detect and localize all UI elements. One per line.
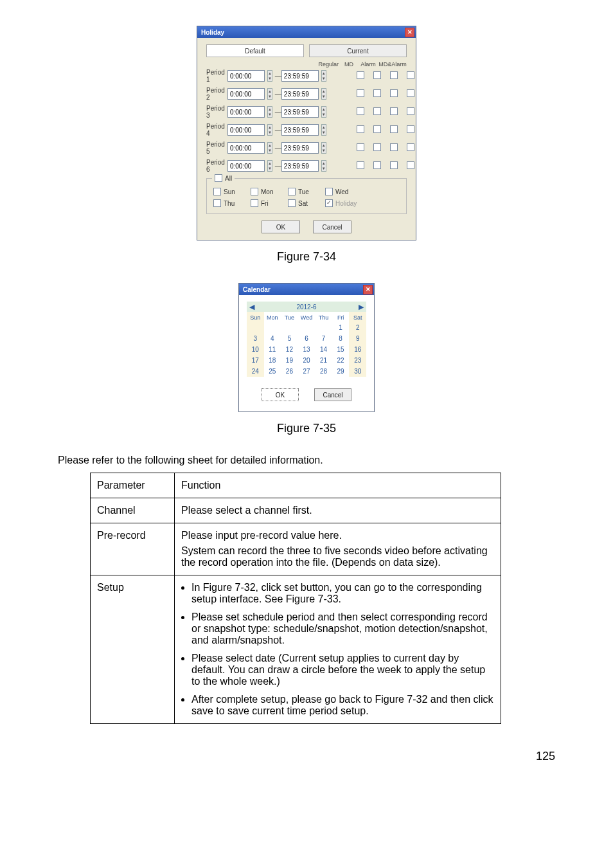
calendar-day[interactable]: 3 — [247, 333, 264, 344]
spin-icon[interactable]: ▲▼ — [267, 160, 272, 172]
calendar-day[interactable]: 18 — [264, 355, 281, 366]
period-end-input[interactable] — [281, 142, 319, 154]
tab-current[interactable]: Current — [309, 44, 407, 57]
chk-sat[interactable] — [288, 199, 296, 207]
prev-month-icon[interactable]: ◀ — [249, 303, 254, 311]
calendar-day[interactable]: 8 — [332, 333, 350, 344]
period-start-input[interactable] — [227, 70, 265, 82]
chk-thu[interactable] — [213, 199, 221, 207]
calendar-day[interactable]: 12 — [281, 344, 298, 355]
calendar-day[interactable]: 21 — [315, 355, 332, 366]
chk-mdalarm[interactable] — [407, 71, 414, 79]
tab-default[interactable]: Default — [206, 44, 304, 57]
close-icon[interactable]: ✕ — [405, 28, 414, 37]
calendar-day[interactable]: 6 — [298, 333, 315, 344]
chk-mon[interactable] — [251, 188, 258, 195]
chk-fri[interactable] — [251, 199, 258, 207]
period-start-input[interactable] — [227, 142, 265, 154]
spin-icon[interactable]: ▲▼ — [321, 106, 326, 118]
chk-mdalarm[interactable] — [407, 161, 414, 169]
chk-md[interactable] — [373, 71, 381, 79]
calendar-day[interactable] — [315, 322, 332, 333]
calendar-day[interactable] — [247, 322, 264, 333]
spin-icon[interactable]: ▲▼ — [267, 124, 272, 136]
calendar-day[interactable]: 1 — [332, 322, 350, 333]
cancel-button[interactable]: Cancel — [314, 388, 351, 401]
chk-alarm[interactable] — [390, 161, 398, 169]
spin-icon[interactable]: ▲▼ — [267, 142, 272, 154]
calendar-day[interactable] — [298, 322, 315, 333]
calendar-day[interactable]: 5 — [281, 333, 298, 344]
calendar-day[interactable]: 26 — [281, 366, 298, 377]
period-end-input[interactable] — [281, 70, 319, 82]
chk-regular[interactable] — [357, 89, 364, 97]
chk-regular[interactable] — [357, 125, 364, 133]
chk-tue[interactable] — [288, 188, 296, 195]
calendar-day[interactable]: 24 — [247, 366, 264, 377]
period-end-input[interactable] — [281, 124, 319, 136]
calendar-day[interactable]: 23 — [349, 355, 366, 366]
calendar-day[interactable]: 20 — [298, 355, 315, 366]
calendar-day[interactable]: 22 — [332, 355, 350, 366]
calendar-day[interactable]: 11 — [264, 344, 281, 355]
ok-button[interactable]: OK — [262, 221, 300, 233]
chk-mdalarm[interactable] — [407, 143, 414, 151]
calendar-day[interactable] — [281, 322, 298, 333]
chk-md[interactable] — [373, 89, 381, 97]
chk-regular[interactable] — [357, 143, 364, 151]
spin-icon[interactable]: ▲▼ — [321, 70, 326, 82]
chk-regular[interactable] — [357, 71, 364, 79]
chk-alarm[interactable] — [390, 71, 398, 79]
chk-all[interactable] — [215, 174, 222, 182]
calendar-day[interactable]: 9 — [349, 333, 366, 344]
spin-icon[interactable]: ▲▼ — [321, 142, 326, 154]
chk-sun[interactable] — [213, 188, 221, 195]
spin-icon[interactable]: ▲▼ — [267, 70, 272, 82]
next-month-icon[interactable]: ▶ — [359, 303, 364, 311]
chk-regular[interactable] — [357, 107, 364, 115]
period-start-input[interactable] — [227, 160, 265, 172]
calendar-day[interactable] — [264, 322, 281, 333]
ok-button[interactable]: OK — [262, 388, 299, 401]
chk-wed[interactable] — [325, 188, 333, 195]
period-start-input[interactable] — [227, 106, 265, 118]
close-icon[interactable]: ✕ — [363, 285, 373, 294]
spin-icon[interactable]: ▲▼ — [321, 160, 326, 172]
period-end-input[interactable] — [281, 106, 319, 118]
spin-icon[interactable]: ▲▼ — [267, 88, 272, 100]
chk-md[interactable] — [373, 161, 381, 169]
calendar-day[interactable]: 19 — [281, 355, 298, 366]
period-end-input[interactable] — [281, 88, 319, 100]
chk-mdalarm[interactable] — [407, 107, 414, 115]
spin-icon[interactable]: ▲▼ — [321, 88, 326, 100]
calendar-day[interactable]: 27 — [298, 366, 315, 377]
calendar-day[interactable]: 2 — [349, 322, 366, 333]
calendar-day[interactable]: 13 — [298, 344, 315, 355]
calendar-day[interactable]: 25 — [264, 366, 281, 377]
calendar-day[interactable]: 29 — [332, 366, 350, 377]
chk-mdalarm[interactable] — [407, 89, 414, 97]
calendar-day[interactable]: 10 — [247, 344, 264, 355]
chk-md[interactable] — [373, 143, 381, 151]
spin-icon[interactable]: ▲▼ — [267, 106, 272, 118]
chk-alarm[interactable] — [390, 143, 398, 151]
period-start-input[interactable] — [227, 88, 265, 100]
calendar-day[interactable]: 30 — [349, 366, 366, 377]
calendar-day[interactable]: 15 — [332, 344, 350, 355]
chk-md[interactable] — [373, 107, 381, 115]
calendar-day[interactable]: 16 — [349, 344, 366, 355]
chk-regular[interactable] — [357, 161, 364, 169]
chk-alarm[interactable] — [390, 89, 398, 97]
calendar-day[interactable]: 4 — [264, 333, 281, 344]
calendar-day[interactable]: 14 — [315, 344, 332, 355]
period-end-input[interactable] — [281, 160, 319, 172]
chk-alarm[interactable] — [390, 125, 398, 133]
calendar-day[interactable]: 28 — [315, 366, 332, 377]
chk-mdalarm[interactable] — [407, 125, 414, 133]
chk-md[interactable] — [373, 125, 381, 133]
calendar-day[interactable]: 17 — [247, 355, 264, 366]
chk-alarm[interactable] — [390, 107, 398, 115]
cancel-button[interactable]: Cancel — [313, 221, 351, 233]
calendar-day[interactable]: 7 — [315, 333, 332, 344]
spin-icon[interactable]: ▲▼ — [321, 124, 326, 136]
